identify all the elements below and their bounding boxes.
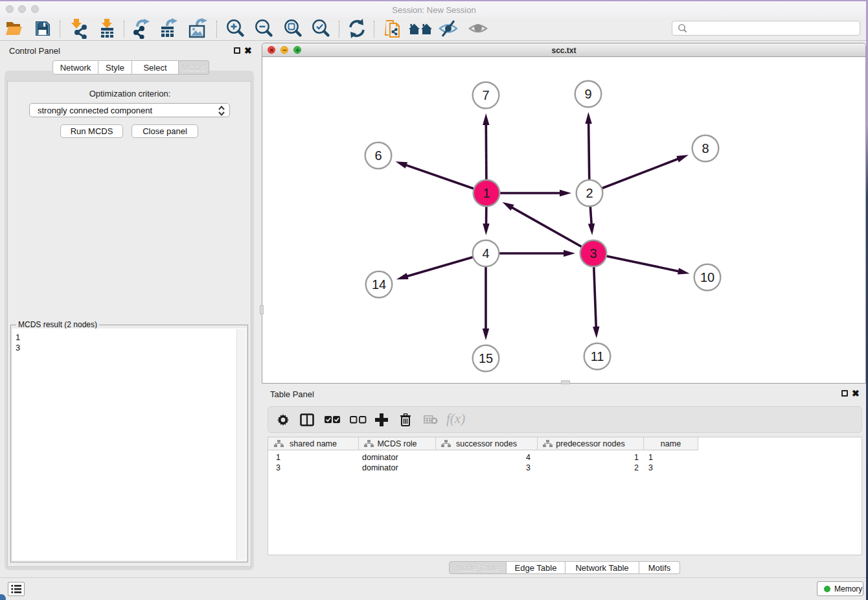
svg-text:4: 4 <box>482 246 489 260</box>
svg-text:10: 10 <box>700 270 714 284</box>
svg-text:15: 15 <box>479 351 493 365</box>
svg-text:14: 14 <box>372 277 386 292</box>
svg-text:2: 2 <box>586 186 593 200</box>
svg-text:9: 9 <box>584 87 591 101</box>
svg-text:1: 1 <box>483 186 490 200</box>
svg-text:8: 8 <box>702 141 709 156</box>
svg-text:11: 11 <box>591 349 604 363</box>
svg-text:6: 6 <box>374 148 382 163</box>
svg-text:7: 7 <box>482 88 489 102</box>
svg-text:3: 3 <box>589 246 597 260</box>
